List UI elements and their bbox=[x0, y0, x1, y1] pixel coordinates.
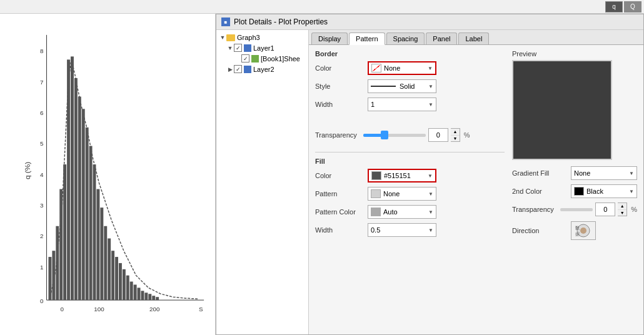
border-color-dropdown[interactable]: None ▼ bbox=[368, 61, 436, 75]
svg-rect-36 bbox=[123, 269, 126, 300]
fill-color-control: #515151 ▼ bbox=[368, 169, 505, 182]
border-color-value: None bbox=[384, 64, 400, 72]
fill-color-dropdown[interactable]: #515151 ▼ bbox=[368, 169, 436, 182]
right-spin-up[interactable]: ▲ bbox=[618, 203, 626, 210]
direction-icon: 数 据 bbox=[572, 222, 595, 239]
svg-text:100: 100 bbox=[94, 306, 104, 312]
dialog-body: ▼ Graph3 ▼ ✓ Layer1 ✓ [Book1]Shee bbox=[216, 30, 643, 334]
spin-down[interactable]: ▼ bbox=[451, 136, 460, 142]
right-spin-down[interactable]: ▼ bbox=[618, 210, 626, 216]
svg-rect-34 bbox=[115, 257, 118, 300]
tree-label-book1: [Book1]Shee bbox=[261, 55, 300, 62]
tree-item-layer2[interactable]: ▶ ✓ Layer2 bbox=[226, 64, 306, 74]
tree-label-layer1: Layer1 bbox=[253, 44, 274, 52]
fill-pattern-dropdown[interactable]: None ▼ bbox=[368, 187, 436, 201]
svg-text:3: 3 bbox=[40, 202, 44, 209]
tree-expand-layer1[interactable]: ▼ bbox=[226, 44, 234, 52]
svg-text:0: 0 bbox=[60, 306, 64, 312]
tree-expand-graph3[interactable]: ▼ bbox=[219, 34, 226, 41]
tab-display[interactable]: Display bbox=[311, 32, 348, 44]
tree-checkbox-layer2[interactable]: ✓ bbox=[234, 65, 242, 73]
svg-rect-33 bbox=[111, 251, 114, 300]
pattern-color-row: Pattern Color Auto ▼ bbox=[315, 205, 505, 219]
tree-panel: ▼ Graph3 ▼ ✓ Layer1 ✓ [Book1]Shee bbox=[216, 30, 309, 334]
direction-thumbnail[interactable]: 数 据 bbox=[571, 221, 596, 240]
border-width-dropdown[interactable]: 1 ▼ bbox=[368, 98, 436, 111]
svg-rect-35 bbox=[119, 263, 122, 300]
second-color-dropdown[interactable]: Black ▼ bbox=[571, 184, 637, 198]
fill-pattern-control: None ▼ bbox=[368, 187, 505, 201]
border-style-dropdown[interactable]: Solid ▼ bbox=[368, 79, 436, 93]
right-transparency-row: Transparency 0 ▲ ▼ % bbox=[512, 202, 637, 216]
chart-svg: q (%) 0 1 2 3 4 5 6 7 8 0 100 200 S bbox=[25, 19, 210, 316]
right-transparency-value[interactable]: 0 bbox=[595, 202, 615, 216]
tree-checkbox-layer1[interactable]: ✓ bbox=[234, 44, 242, 52]
fill-color-row: Color #515151 ▼ bbox=[315, 169, 505, 182]
fill-pattern-row: Pattern None ▼ bbox=[315, 187, 505, 201]
tab-panel[interactable]: Panel bbox=[426, 32, 457, 44]
border-color-label: Color bbox=[315, 64, 365, 72]
tab-spacing[interactable]: Spacing bbox=[386, 32, 425, 44]
svg-rect-28 bbox=[93, 164, 96, 300]
border-width-label: Width bbox=[315, 101, 365, 108]
svg-text:数: 数 bbox=[575, 226, 580, 230]
fill-width-row: Width 0.5 ▼ bbox=[315, 223, 505, 237]
fill-color-value: #515151 bbox=[384, 172, 411, 179]
fill-color-arrow: ▼ bbox=[425, 173, 433, 179]
tree-label-graph3: Graph3 bbox=[237, 34, 260, 41]
right-transparency-spin[interactable]: ▲ ▼ bbox=[618, 202, 627, 216]
second-color-value: Black bbox=[586, 188, 603, 195]
svg-rect-23 bbox=[74, 78, 78, 300]
top-bar: q Q bbox=[0, 0, 644, 14]
transparency-label: Transparency bbox=[315, 131, 357, 139]
fill-width-arrow: ▼ bbox=[426, 228, 433, 233]
border-width-value: 1 bbox=[371, 101, 375, 108]
right-transparency-unit: % bbox=[631, 206, 637, 213]
svg-rect-38 bbox=[130, 282, 133, 301]
transparency-row: Transparency 0 ▲ ▼ % bbox=[315, 128, 505, 142]
transparency-value[interactable]: 0 bbox=[428, 128, 448, 142]
direction-label: Direction bbox=[512, 227, 568, 234]
border-style-control: Solid ▼ bbox=[368, 79, 505, 93]
transparency-slider[interactable] bbox=[363, 134, 426, 137]
spacer-preview bbox=[512, 160, 637, 166]
spin-up[interactable]: ▲ bbox=[451, 129, 460, 136]
pattern-color-label: Pattern Color bbox=[315, 208, 365, 216]
props-left: Border Color None ▼ bbox=[315, 50, 505, 329]
legend-Q-icon: Q bbox=[624, 1, 641, 12]
plot-details-dialog: ■ Plot Details - Plot Properties ▼ Graph… bbox=[216, 14, 644, 335]
svg-text:q (%): q (%) bbox=[25, 162, 32, 179]
svg-rect-19 bbox=[59, 189, 63, 301]
tree-label-layer2: Layer2 bbox=[253, 66, 274, 73]
svg-text:6: 6 bbox=[40, 109, 44, 116]
folder-icon-graph3 bbox=[226, 34, 235, 41]
svg-rect-17 bbox=[52, 251, 55, 300]
svg-rect-37 bbox=[126, 276, 129, 300]
svg-rect-20 bbox=[63, 164, 66, 300]
tree-leaf-icon-layer2 bbox=[244, 66, 251, 73]
fill-section-label: Fill bbox=[315, 158, 505, 165]
gradient-fill-row: Gradient Fill None ▼ bbox=[512, 166, 637, 180]
svg-rect-42 bbox=[144, 292, 148, 300]
tree-expand-layer2[interactable]: ▶ bbox=[226, 66, 234, 73]
border-style-arrow: ▼ bbox=[426, 84, 433, 89]
dialog-icon: ■ bbox=[221, 18, 230, 26]
tree-item-graph3[interactable]: ▼ Graph3 bbox=[219, 32, 306, 42]
tree-item-book1sheet[interactable]: ✓ [Book1]Shee bbox=[234, 53, 306, 64]
gradient-fill-dropdown[interactable]: None ▼ bbox=[571, 166, 637, 180]
svg-rect-32 bbox=[108, 238, 111, 300]
border-style-value: Solid bbox=[400, 82, 415, 90]
pattern-swatch bbox=[371, 189, 381, 198]
tab-label[interactable]: Label bbox=[458, 32, 489, 44]
tree-item-layer1[interactable]: ▼ ✓ Layer1 bbox=[226, 42, 306, 53]
transparency-spin[interactable]: ▲ ▼ bbox=[451, 128, 460, 142]
pattern-color-dropdown[interactable]: Auto ▼ bbox=[368, 205, 436, 219]
props-content: Border Color None ▼ bbox=[309, 45, 643, 334]
fill-color-swatch bbox=[371, 171, 381, 180]
svg-rect-30 bbox=[100, 208, 103, 300]
border-width-control: 1 ▼ bbox=[368, 98, 505, 111]
fill-width-dropdown[interactable]: 0.5 ▼ bbox=[368, 223, 436, 237]
gradient-fill-arrow: ▼ bbox=[626, 171, 634, 176]
tree-checkbox-book1[interactable]: ✓ bbox=[241, 54, 249, 62]
tab-pattern[interactable]: Pattern bbox=[349, 32, 385, 45]
